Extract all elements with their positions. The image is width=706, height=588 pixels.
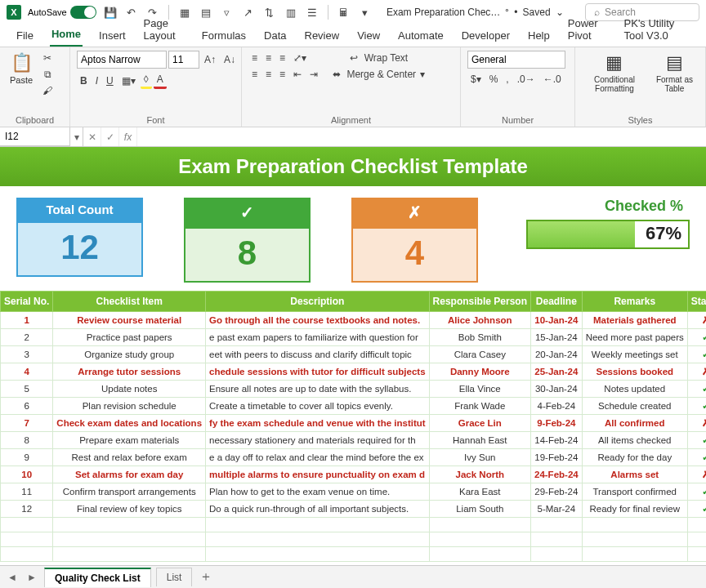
cell[interactable]: Ivy Sun [429,449,530,466]
tab-view[interactable]: View [355,26,382,47]
wrap-text-button[interactable]: ↩ Wrap Text [329,51,428,65]
status-cell[interactable]: ✓ [687,483,706,501]
cell[interactable]: 15-Jan-24 [530,329,582,346]
cell[interactable]: Jack North [429,466,530,483]
col-header[interactable]: Deadline [530,292,582,312]
cell[interactable]: Grace Lin [429,415,530,432]
qat-share-icon[interactable]: ↗ [241,5,256,20]
tab-developer[interactable]: Developer [460,26,512,47]
cell[interactable]: Prepare exam materials [53,432,206,449]
orientation-icon[interactable]: ⤢▾ [290,51,310,65]
chevron-down-icon[interactable]: ⌄ [556,7,564,18]
underline-button[interactable]: U [103,74,117,88]
borders-icon[interactable]: ▦▾ [118,74,139,88]
cell[interactable]: Transport confirmed [582,483,687,501]
prev-sheet-icon[interactable]: ◄ [5,572,20,583]
col-header[interactable]: Responsible Person [429,292,530,312]
empty-row[interactable] [1,532,707,547]
merge-center-button[interactable]: ⬌ Merge & Center ▾ [329,67,428,82]
cell[interactable]: 5-Mar-24 [530,501,582,518]
cell[interactable]: Final review of key topics [53,501,206,518]
status-cell[interactable]: ✓ [687,432,706,449]
cell[interactable]: Bob Smith [429,329,530,346]
table-row[interactable]: 3Organize study groupeet with peers to d… [1,346,707,363]
cell[interactable]: Frank Wade [429,398,530,415]
fx-icon[interactable]: fx [119,127,137,146]
cell[interactable]: Rest and relax before exam [53,449,206,466]
font-size-select[interactable] [168,51,199,69]
cell[interactable]: 25-Jan-24 [530,363,582,381]
name-box[interactable]: I12 [0,127,70,146]
tab-power-pivot[interactable]: Power Pivot [566,14,608,47]
cell[interactable]: fy the exam schedule and venue with the … [206,415,430,432]
cell[interactable]: 12 [1,501,53,518]
status-cell[interactable]: ✓ [687,329,706,346]
cell[interactable]: Check exam dates and locations [53,415,206,432]
cell[interactable]: Arrange tutor sessions [53,363,206,381]
qat-filter-icon[interactable]: ▿ [220,5,235,20]
cell[interactable]: 5 [1,381,53,398]
cell[interactable]: 20-Jan-24 [530,346,582,363]
format-as-table-button[interactable]: ▤ Format as Table [650,51,699,95]
cell[interactable]: Sessions booked [582,363,687,381]
increase-decimal-icon[interactable]: .0→ [514,72,538,87]
status-cell[interactable]: ✓ [687,398,706,415]
cell[interactable]: Set alarms for exam day [53,466,206,483]
cell[interactable]: necessary stationery and materials requi… [206,432,430,449]
cut-icon[interactable]: ✂ [39,51,56,65]
tab-insert[interactable]: Insert [97,26,127,47]
tab-review[interactable]: Review [303,26,342,47]
cell[interactable]: Kara East [429,483,530,501]
cell[interactable]: 10-Jan-24 [530,312,582,329]
align-center-icon[interactable]: ≡ [262,67,275,82]
cell[interactable]: 4 [1,363,53,381]
bold-button[interactable]: B [77,74,91,88]
col-header[interactable]: Checklist Item [53,292,206,312]
table-row[interactable]: 7Check exam dates and locationsfy the ex… [1,415,707,432]
cell[interactable]: 7 [1,415,53,432]
cell[interactable]: 14-Feb-24 [530,432,582,449]
copy-icon[interactable]: ⧉ [39,67,56,82]
qat-table-icon[interactable]: ▥ [284,5,298,20]
cell[interactable]: All confirmed [582,415,687,432]
table-row[interactable]: 8Prepare exam materialsnecessary station… [1,432,707,449]
col-header[interactable]: Remarks [582,292,687,312]
conditional-formatting-button[interactable]: ▦ Conditional Formatting [582,51,647,95]
tab-data[interactable]: Data [262,26,288,47]
toggle-switch[interactable] [70,6,96,19]
enter-formula-icon[interactable]: ✓ [101,127,119,146]
status-cell[interactable]: ✓ [687,501,706,518]
cell[interactable]: Notes updated [582,381,687,398]
align-middle-icon[interactable]: ≡ [262,51,275,65]
status-cell[interactable]: ✗ [687,312,706,329]
status-cell[interactable]: ✗ [687,363,706,381]
cell[interactable]: All items checked [582,432,687,449]
font-color-icon[interactable]: A [154,72,167,89]
italic-button[interactable]: I [92,74,101,88]
cell[interactable]: Danny Moore [429,363,530,381]
currency-icon[interactable]: $▾ [467,72,485,87]
align-left-icon[interactable]: ≡ [248,67,261,82]
save-icon[interactable]: 💾 [103,5,118,20]
cell[interactable]: Plan how to get to the exam venue on tim… [206,483,430,501]
cell[interactable]: 3 [1,346,53,363]
tab-help[interactable]: Help [526,26,552,47]
cell[interactable]: Materials gathered [582,312,687,329]
checklist-table[interactable]: Serial No.Checklist ItemDescriptionRespo… [0,291,706,562]
decrease-decimal-icon[interactable]: ←.0 [540,72,565,87]
qat-more-icon[interactable]: ▾ [358,5,373,20]
undo-icon[interactable]: ↶ [124,5,139,20]
cell[interactable]: Ready for the day [582,449,687,466]
cell[interactable]: Alarms set [582,466,687,483]
cell[interactable]: Alice Johnson [429,312,530,329]
font-name-select[interactable] [77,51,167,69]
tab-formulas[interactable]: Formulas [200,26,248,47]
tab-automate[interactable]: Automate [396,26,445,47]
table-row[interactable]: 10Set alarms for exam daymultiple alarms… [1,466,707,483]
worksheet[interactable]: Exam Preparation Checklist Template Tota… [0,147,706,564]
cell[interactable]: Go through all the course textbooks and … [206,312,430,329]
cell[interactable]: 29-Feb-24 [530,483,582,501]
cell[interactable]: e a day off to relax and clear the mind … [206,449,430,466]
cell[interactable]: Practice past papers [53,329,206,346]
col-header[interactable]: Status [687,292,706,312]
